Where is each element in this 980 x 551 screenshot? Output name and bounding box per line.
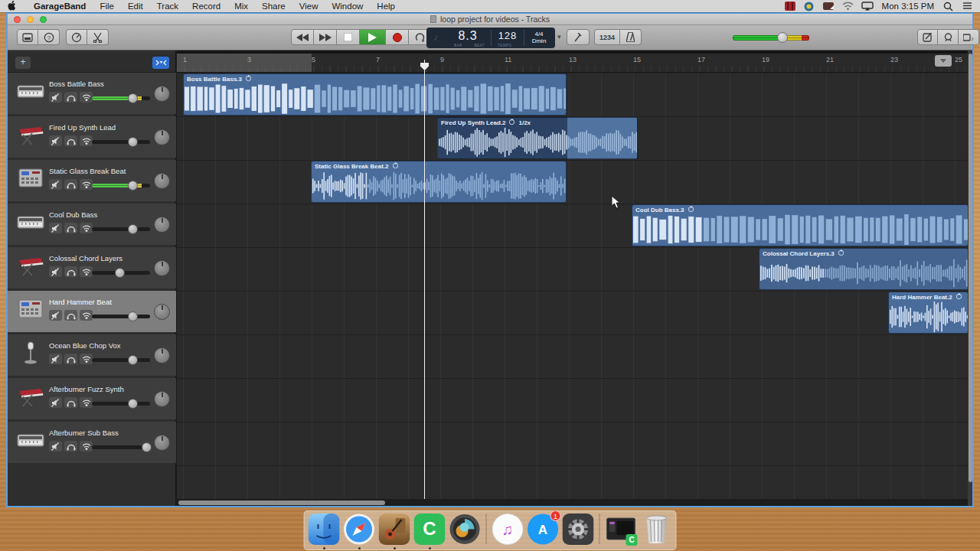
dock-camtasia-icon[interactable]: C (413, 513, 446, 546)
menu-track[interactable]: Track (150, 2, 185, 11)
track-name[interactable]: Boss Battle Bass (49, 80, 104, 88)
mute-button[interactable] (49, 179, 62, 190)
track-row-ocean-blue-chop-vox[interactable]: Ocean Blue Chop Vox (8, 334, 176, 376)
play-button[interactable] (360, 29, 386, 45)
pan-knob[interactable] (154, 391, 170, 407)
media-browser-button[interactable]: ♪ (959, 29, 979, 45)
solo-button[interactable] (64, 266, 77, 277)
menu-garageband[interactable]: GarageBand (27, 2, 93, 11)
pan-knob[interactable] (154, 217, 170, 233)
menu-share[interactable]: Share (255, 2, 292, 11)
track-volume-thumb[interactable] (128, 224, 138, 234)
track-volume-slider[interactable] (92, 445, 150, 449)
mute-button[interactable] (49, 354, 62, 364)
input-monitor-button[interactable] (80, 441, 93, 452)
pan-knob[interactable] (154, 435, 170, 451)
track-volume-slider[interactable] (92, 358, 150, 362)
pan-knob[interactable] (154, 260, 170, 276)
mute-button[interactable] (49, 92, 62, 103)
pan-knob[interactable] (154, 129, 170, 145)
metronome-button[interactable] (620, 29, 642, 45)
count-in-button[interactable]: 1234 (594, 29, 620, 45)
track-volume-thumb[interactable] (128, 137, 138, 147)
solo-button[interactable] (64, 92, 77, 103)
menu-clock[interactable]: Mon 3:15 PM (880, 2, 936, 11)
editors-button[interactable] (87, 29, 109, 45)
menu-mix[interactable]: Mix (227, 2, 255, 11)
track-row-fired-up-synth-lead[interactable]: Fired Up Synth Lead (8, 116, 176, 158)
track-volume-slider[interactable] (92, 184, 150, 187)
solo-button[interactable] (64, 354, 77, 364)
pan-knob[interactable] (154, 173, 170, 189)
track-volume-thumb[interactable] (128, 355, 138, 365)
wifi-icon[interactable] (842, 2, 854, 11)
region-static-glass-break-beat-2[interactable]: Static Glass Break Beat.2 (311, 161, 567, 203)
track-name[interactable]: Ocean Blue Chop Vox (49, 341, 120, 350)
track-name[interactable]: Hard Hammer Beat (49, 298, 112, 306)
track-volume-thumb[interactable] (128, 311, 138, 321)
region-cool-dub-bass-3[interactable]: Cool Dub Bass.3 (632, 204, 968, 246)
quick-help-button[interactable]: ? (38, 29, 60, 45)
track-volume-thumb[interactable] (128, 93, 138, 103)
track-volume-thumb[interactable] (128, 399, 138, 409)
menu-view[interactable]: View (292, 2, 325, 11)
input-monitor-button[interactable] (80, 92, 93, 103)
solo-button[interactable] (64, 135, 77, 146)
region-colossal-chord-layers-3[interactable]: Colossal Chord Layers.3 (759, 248, 968, 290)
lcd-key[interactable]: Dmin (524, 37, 554, 44)
lcd-bar-beat[interactable]: 8.3 (445, 28, 491, 44)
input-monitor-button[interactable] (80, 354, 93, 364)
track-name[interactable]: Afterburner Sub Bass (49, 429, 119, 437)
menu-record[interactable]: Record (185, 2, 227, 11)
input-monitor-button[interactable] (80, 310, 93, 321)
lcd-display[interactable]: ♪ 8.3 BAR BEAT 128 TEMPO 4/4 Dmin (426, 28, 555, 48)
track-row-afterburner-sub-bass[interactable]: Afterburner Sub Bass (8, 422, 176, 463)
recording-status-icon[interactable] (785, 2, 796, 11)
track-row-hard-hammer-beat[interactable]: Hard Hammer Beat (8, 291, 176, 332)
dock-itunes-icon[interactable]: ♫ (492, 513, 524, 546)
mute-button[interactable] (49, 223, 62, 233)
dock-safari-icon[interactable] (343, 513, 376, 546)
track-name[interactable]: Colossal Chord Layers (49, 254, 122, 262)
menu-window[interactable]: Window (325, 2, 370, 11)
solo-button[interactable] (64, 310, 77, 321)
input-monitor-button[interactable] (80, 179, 93, 190)
input-monitor-button[interactable] (80, 223, 93, 233)
vertical-scrollbar[interactable] (968, 51, 972, 506)
master-volume-slider[interactable] (733, 34, 809, 41)
mute-button[interactable] (49, 310, 62, 321)
track-name[interactable]: Afterburner Fuzz Synth (49, 385, 124, 393)
dock-finder-icon[interactable] (308, 513, 341, 546)
track-volume-slider[interactable] (92, 96, 150, 100)
title-bar[interactable]: loop project for videos - Tracks (8, 14, 972, 25)
tuner-button[interactable] (567, 29, 590, 45)
add-track-button[interactable]: + (15, 57, 31, 69)
pan-knob[interactable] (154, 86, 170, 102)
solo-button[interactable] (64, 397, 77, 408)
track-volume-slider[interactable] (92, 402, 150, 406)
library-button[interactable] (17, 29, 38, 45)
track-row-afterburner-fuzz-synth[interactable]: Afterburner Fuzz Synth (8, 378, 176, 419)
minimize-button[interactable] (27, 16, 34, 23)
note-pads-button[interactable] (917, 29, 938, 45)
solo-button[interactable] (64, 179, 77, 190)
airplay-display-icon[interactable] (861, 2, 873, 11)
dock-garageband-icon[interactable] (378, 513, 411, 546)
track-volume-thumb[interactable] (115, 268, 125, 278)
horizontal-scrollbar[interactable] (177, 499, 968, 506)
record-button[interactable] (386, 29, 409, 45)
track-volume-thumb[interactable] (142, 442, 152, 452)
track-volume-slider[interactable] (92, 140, 150, 144)
master-volume-thumb[interactable] (777, 32, 788, 43)
track-volume-slider[interactable] (92, 315, 150, 318)
stop-button[interactable] (337, 29, 360, 45)
smart-controls-button[interactable] (66, 29, 87, 45)
dock-round-camera-app-icon[interactable] (449, 513, 482, 546)
mute-button[interactable] (49, 266, 62, 277)
ruler-widget[interactable] (935, 55, 952, 67)
lcd-tempo[interactable]: 128 (492, 28, 524, 44)
track-volume-thumb[interactable] (128, 181, 138, 191)
track-row-boss-battle-bass[interactable]: Boss Battle Bass (8, 73, 176, 114)
track-volume-slider[interactable] (92, 271, 150, 275)
loop-browser-button[interactable] (938, 29, 959, 45)
